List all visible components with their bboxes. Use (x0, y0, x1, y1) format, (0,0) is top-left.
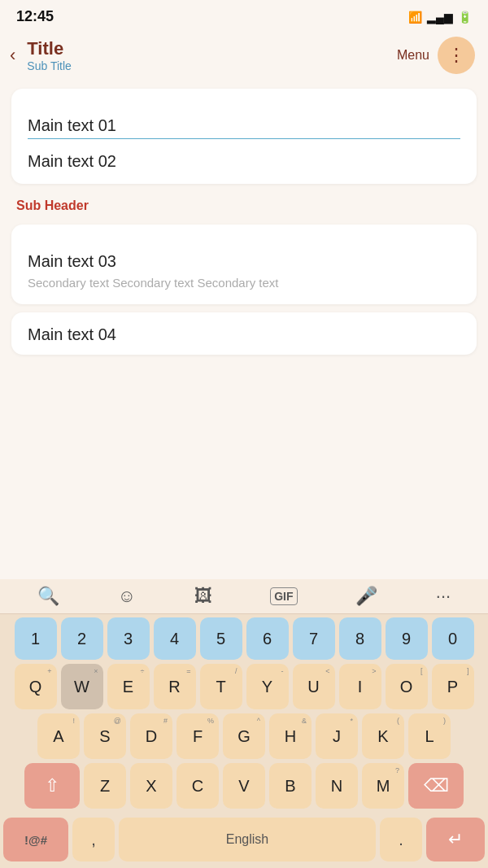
key-n[interactable]: N (316, 763, 358, 809)
asdf-row: !A @S #D %F ^G &H *J (K )L (3, 713, 485, 759)
key-z[interactable]: Z (84, 763, 126, 809)
app-bar: ‹ Title Sub Title Menu ⋮ (0, 30, 488, 81)
list-item-3: Main text 03 Secondary text Secondary te… (28, 239, 460, 304)
comma-key[interactable]: , (72, 818, 115, 861)
signal-icon: ▂▄▆ (427, 11, 453, 24)
keyboard-rows: 1 2 3 4 5 6 7 8 9 0 +Q ×W ÷E =R /T -Y <U… (0, 614, 488, 818)
key-e[interactable]: ÷E (107, 664, 150, 709)
key-l[interactable]: )L (408, 713, 451, 759)
key-c[interactable]: C (176, 763, 219, 809)
main-text-2: Main text 02 (28, 152, 460, 171)
key-9[interactable]: 9 (386, 617, 428, 660)
key-s[interactable]: @S (84, 713, 126, 759)
space-key[interactable]: English (119, 818, 376, 861)
header-right: Menu ⋮ (397, 37, 475, 74)
enter-key[interactable]: ↵ (426, 818, 485, 861)
key-5[interactable]: 5 (200, 617, 242, 660)
main-text-1: Main text 01 (28, 116, 460, 135)
key-0[interactable]: 0 (432, 617, 474, 660)
bottom-row: !@# , English . ↵ (0, 818, 488, 868)
period-key[interactable]: . (380, 818, 422, 861)
key-k[interactable]: (K (362, 713, 404, 759)
key-4[interactable]: 4 (154, 617, 196, 660)
backspace-key[interactable]: ⌫ (408, 763, 464, 809)
status-icons: 📶 ▂▄▆ 🔋 (408, 11, 472, 24)
app-title: Title (27, 38, 397, 59)
list-item-1: Main text 01 (28, 103, 460, 139)
key-2[interactable]: 2 (61, 617, 103, 660)
qwerty-row: +Q ×W ÷E =R /T -Y <U >I [O ]P (3, 664, 485, 709)
key-3[interactable]: 3 (107, 617, 150, 660)
key-6[interactable]: 6 (246, 617, 289, 660)
key-h[interactable]: &H (269, 713, 312, 759)
key-t[interactable]: /T (200, 664, 242, 709)
battery-icon: 🔋 (458, 11, 472, 24)
key-j[interactable]: *J (316, 713, 358, 759)
more-button[interactable]: ⋮ (438, 37, 475, 74)
key-w[interactable]: ×W (61, 664, 103, 709)
key-v[interactable]: V (223, 763, 265, 809)
symbol-key[interactable]: !@# (3, 818, 68, 861)
number-row: 1 2 3 4 5 6 7 8 9 0 (3, 617, 485, 660)
wifi-icon: 📶 (408, 11, 422, 24)
keyboard-area: 🔍 ☺ 🖼 GIF 🎤 ··· 1 2 3 4 5 6 7 8 9 0 +Q ×… (0, 579, 488, 868)
menu-label[interactable]: Menu (397, 48, 429, 63)
key-7[interactable]: 7 (293, 617, 335, 660)
sub-header-label: Sub Header (16, 198, 89, 212)
secondary-text-3: Secondary text Secondary text Secondary … (28, 274, 460, 291)
key-p[interactable]: ]P (432, 664, 474, 709)
key-x[interactable]: X (130, 763, 172, 809)
keyboard-search-icon[interactable]: 🔍 (37, 586, 59, 607)
key-m[interactable]: ?M (362, 763, 404, 809)
main-text-4: Main text 04 (28, 325, 460, 344)
key-f[interactable]: %F (176, 713, 219, 759)
keyboard-sticker-icon[interactable]: 🖼 (194, 586, 212, 607)
status-bar: 12:45 📶 ▂▄▆ 🔋 (0, 0, 488, 30)
key-u[interactable]: <U (293, 664, 335, 709)
key-d[interactable]: #D (130, 713, 172, 759)
list-card-1: Main text 01 Main text 02 (11, 89, 477, 184)
sub-header-row: Sub Header (0, 192, 488, 216)
key-y[interactable]: -Y (246, 664, 289, 709)
main-text-3: Main text 03 (28, 252, 460, 271)
keyboard-emoji-icon[interactable]: ☺ (117, 586, 135, 607)
key-b[interactable]: B (269, 763, 312, 809)
keyboard-more-icon[interactable]: ··· (436, 586, 451, 607)
key-a[interactable]: !A (37, 713, 80, 759)
list-card-2: Main text 03 Secondary text Secondary te… (11, 225, 477, 304)
key-q[interactable]: +Q (15, 664, 57, 709)
app-subtitle: Sub Title (27, 59, 397, 72)
zxcv-row: ⇧ Z X C V B N ?M ⌫ (3, 763, 485, 809)
partial-card: Main text 04 (11, 312, 477, 355)
key-o[interactable]: [O (386, 664, 428, 709)
key-i[interactable]: >I (339, 664, 381, 709)
key-r[interactable]: =R (154, 664, 196, 709)
keyboard-toolbar: 🔍 ☺ 🖼 GIF 🎤 ··· (0, 579, 488, 614)
title-group: Title Sub Title (27, 38, 397, 72)
keyboard-mic-icon[interactable]: 🎤 (355, 586, 377, 607)
keyboard-gif-icon[interactable]: GIF (270, 587, 297, 605)
key-8[interactable]: 8 (339, 617, 381, 660)
list-item-2: Main text 02 (28, 139, 460, 184)
back-button[interactable]: ‹ (10, 45, 15, 66)
status-time: 12:45 (16, 8, 54, 25)
shift-key[interactable]: ⇧ (24, 763, 80, 809)
key-1[interactable]: 1 (15, 617, 57, 660)
key-g[interactable]: ^G (223, 713, 265, 759)
list-content: Main text 01 Main text 02 Sub Header Mai… (0, 89, 488, 355)
